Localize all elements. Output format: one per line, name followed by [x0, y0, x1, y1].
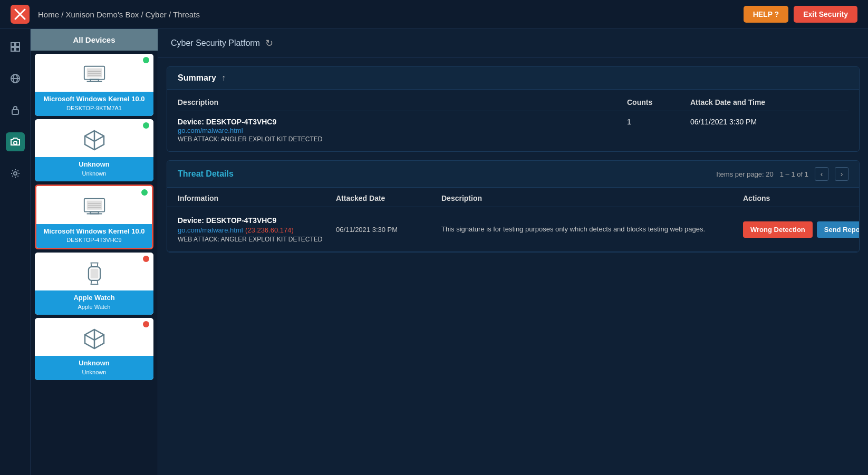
- main-layout: All Devices: [0, 29, 868, 475]
- sidebar-item-lock[interactable]: [6, 101, 25, 120]
- sidebar-item-grid[interactable]: [6, 37, 25, 56]
- sidebar-item-settings[interactable]: [6, 164, 25, 183]
- device-card-label-4: Apple Watch Apple Watch: [35, 290, 153, 315]
- svg-rect-5: [16, 47, 20, 51]
- content-header-title: Cyber Security Platform: [171, 38, 260, 48]
- content-scroll: Summary ↑ Description Counts Attack Date…: [158, 58, 868, 475]
- device-card-icon: [36, 186, 152, 224]
- svg-rect-4: [11, 47, 15, 51]
- summary-col-headers: Description Counts Attack Date and Time: [178, 98, 848, 111]
- device-list: Microsoft Windows Kernel 10.0 DESKTOP-9K…: [31, 51, 158, 475]
- summary-attack-text: WEB ATTACK: ANGLER EXPLOIT KIT DETECTED: [178, 135, 627, 143]
- threat-device-label: Device:: [178, 216, 206, 225]
- summary-section: Summary ↑ Description Counts Attack Date…: [167, 66, 860, 152]
- help-button[interactable]: HELP ?: [744, 6, 789, 23]
- summary-up-icon: ↑: [221, 73, 226, 83]
- svg-rect-9: [12, 110, 18, 114]
- threat-description: This signature is for testing purposes o…: [441, 224, 743, 235]
- summary-count: 1: [627, 118, 690, 126]
- threat-attacked-date: 06/11/2021 3:30 PM: [336, 226, 441, 234]
- send-report-button[interactable]: Send Report: [817, 221, 860, 238]
- threat-col-description: Description: [441, 194, 743, 202]
- threat-row: Device: DESKTOP-4T3VHC9 go.com/malware.h…: [167, 207, 859, 252]
- svg-rect-3: [16, 43, 20, 46]
- threat-col-actions: Actions: [743, 194, 848, 202]
- items-per-page-label: Items per page: 20: [716, 170, 773, 178]
- threat-device-name: DESKTOP-4T3VHC9: [206, 216, 277, 225]
- device-panel: All Devices: [31, 29, 158, 475]
- threat-col-attacked-date: Attacked Date: [336, 194, 441, 202]
- refresh-icon[interactable]: ↻: [265, 37, 273, 49]
- sidebar-item-globe[interactable]: [6, 69, 25, 88]
- device-card-label-2: Unknown Unknown: [35, 157, 153, 181]
- device-card-icon: [35, 318, 153, 356]
- topnav-buttons: HELP ? Exit Security: [744, 6, 857, 23]
- threat-device-info: Device: DESKTOP-4T3VHC9 go.com/malware.h…: [178, 216, 336, 243]
- device-card-icon: [35, 54, 153, 92]
- svg-point-10: [14, 141, 17, 144]
- exit-security-button[interactable]: Exit Security: [794, 6, 857, 23]
- threat-details-title: Threat Details: [178, 169, 716, 179]
- status-dot-green: [143, 57, 149, 63]
- summary-device-name: DESKTOP-4T3VHC9: [206, 118, 277, 126]
- threat-pagination: Items per page: 20 1 – 1 of 1 ‹ ›: [716, 167, 848, 181]
- summary-device-label: Device:: [178, 118, 206, 126]
- logo: [11, 5, 30, 24]
- summary-table: Description Counts Attack Date and Time …: [167, 90, 859, 151]
- threat-device-link[interactable]: go.com/malware.html: [178, 226, 243, 234]
- device-card-4[interactable]: Apple Watch Apple Watch: [35, 253, 153, 315]
- content-header: Cyber Security Platform ↻: [158, 29, 868, 58]
- pagination-range: 1 – 1 of 1: [780, 170, 808, 178]
- topnav: Home / Xunison Demo's Box / Cyber / Thre…: [0, 0, 868, 29]
- svg-rect-29: [90, 269, 98, 278]
- device-card-3[interactable]: Microsoft Windows Kernel 10.0 DESKTOP-4T…: [35, 185, 153, 250]
- wrong-detection-button[interactable]: Wrong Detection: [743, 221, 813, 238]
- summary-title: Summary: [178, 73, 216, 83]
- svg-rect-13: [86, 69, 102, 77]
- threat-section: Threat Details Items per page: 20 1 – 1 …: [167, 160, 860, 253]
- threat-col-headers: Information Attacked Date Description Ac…: [167, 188, 859, 207]
- summary-header: Summary ↑: [167, 67, 859, 90]
- device-card-label-1: Microsoft Windows Kernel 10.0 DESKTOP-9K…: [35, 92, 153, 116]
- summary-col-description: Description: [178, 98, 627, 106]
- summary-device-link[interactable]: go.com/malware.html: [178, 127, 243, 134]
- device-card-2[interactable]: Unknown Unknown: [35, 119, 153, 181]
- summary-col-attack-date: Attack Date and Time: [690, 98, 848, 106]
- device-card-icon: [35, 253, 153, 290]
- threat-header: Threat Details Items per page: 20 1 – 1 …: [167, 161, 859, 188]
- svg-point-11: [14, 172, 17, 175]
- icon-sidebar: [0, 29, 31, 475]
- threat-attack-text: WEB ATTACK: ANGLER EXPLOIT KIT DETECTED: [178, 236, 336, 243]
- device-panel-header: All Devices: [31, 29, 158, 51]
- svg-rect-21: [86, 200, 102, 209]
- svg-rect-2: [11, 43, 15, 46]
- device-card-1[interactable]: Microsoft Windows Kernel 10.0 DESKTOP-9K…: [35, 54, 153, 116]
- threat-actions: Wrong Detection Send Report: [743, 221, 848, 238]
- device-card-label-3: Microsoft Windows Kernel 10.0 DESKTOP-4T…: [36, 224, 152, 248]
- summary-col-counts: Counts: [627, 98, 690, 106]
- summary-device-info: Device: DESKTOP-4T3VHC9 go.com/malware.h…: [178, 118, 627, 143]
- status-dot-green: [141, 189, 148, 196]
- status-dot-green: [143, 122, 149, 129]
- content-area: Cyber Security Platform ↻ Summary ↑ Desc…: [158, 29, 868, 475]
- summary-date: 06/11/2021 3:30 PM: [690, 118, 848, 126]
- device-card-label-5: Unknown Unknown: [35, 356, 153, 380]
- device-card-icon: [35, 119, 153, 157]
- pagination-next[interactable]: ›: [835, 167, 848, 181]
- threat-col-information: Information: [178, 194, 336, 202]
- device-card-5[interactable]: Unknown Unknown: [35, 318, 153, 380]
- pagination-prev[interactable]: ‹: [815, 167, 828, 181]
- threat-device-ip: (23.236.60.174): [245, 226, 294, 234]
- summary-row: Device: DESKTOP-4T3VHC9 go.com/malware.h…: [178, 111, 848, 143]
- sidebar-item-camera[interactable]: [6, 132, 25, 151]
- breadcrumb: Home / Xunison Demo's Box / Cyber / Thre…: [38, 10, 744, 19]
